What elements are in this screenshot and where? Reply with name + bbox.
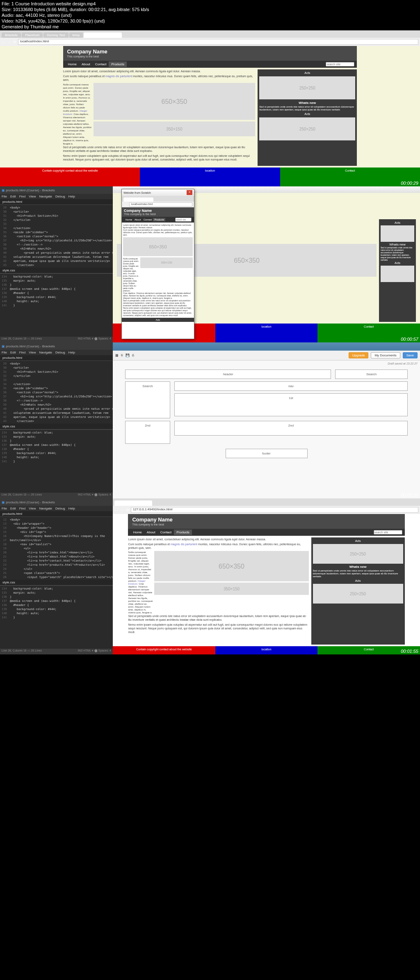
css-content[interactable]: background-color: blue; margin: auto; } … xyxy=(8,430,113,493)
code-area[interactable]: 2930313233343536373839404142434445464748… xyxy=(0,361,113,424)
wireframe-canvas[interactable]: Draft saved at 15:22:27 header Search Se… xyxy=(113,360,420,498)
site-footer: Contain copyright contact about the webs… xyxy=(0,168,420,186)
browser-tab[interactable]: Website from Scratch xyxy=(123,197,153,202)
code-content[interactable]: <body> <div id="wrapper"> <header id="he… xyxy=(8,517,113,580)
menu-view[interactable]: View xyxy=(29,351,36,354)
paragraph: Lorem ipsum dolor sit amet, consectetuer… xyxy=(123,224,193,229)
browser-tab-active[interactable]: Website from Scratch xyxy=(84,32,121,38)
editor-file-tab[interactable]: style.css xyxy=(0,424,113,429)
menu-edit[interactable]: Edit xyxy=(10,351,16,354)
url-input[interactable]: localhost/index.html xyxy=(129,202,192,207)
code-content[interactable]: <body> <article> <h1>Product Section</h1… xyxy=(8,205,113,268)
browser-tab[interactable]: Brackets xyxy=(2,32,21,38)
nav-products[interactable]: Products xyxy=(174,530,192,535)
menu-find[interactable]: Find xyxy=(19,195,26,198)
menu-file[interactable]: File xyxy=(2,195,7,198)
wf-1st-box[interactable]: 1st xyxy=(174,393,408,416)
editor-file-tab[interactable]: products.html xyxy=(0,511,113,517)
content-link[interactable]: magnis dis parturient xyxy=(105,75,132,78)
browser-tab[interactable]: Dummy Text xyxy=(43,32,68,38)
editor-file-tab[interactable]: style.css xyxy=(0,580,113,585)
wf-2nd-box[interactable]: 2nd xyxy=(125,421,170,444)
search-input[interactable] xyxy=(374,530,402,535)
timestamp: 00:00:29 xyxy=(401,181,418,186)
editor-file-tab[interactable]: products.html xyxy=(0,355,113,361)
browser-tab[interactable]: Placehold xyxy=(22,32,43,38)
back-icon[interactable]: ← xyxy=(114,508,119,512)
editor-file-tab[interactable]: style.css xyxy=(0,268,113,273)
url-input[interactable]: localhost/index.html xyxy=(18,39,418,45)
menu-navigate[interactable]: Navigate xyxy=(39,507,52,510)
wf-2nd-box[interactable]: 2nd xyxy=(174,421,408,436)
wf-search-box[interactable]: Search xyxy=(335,370,408,379)
menu-help[interactable]: Help xyxy=(68,195,75,198)
status-mode: INS HTML ▾ ⬤ Spaces: 4 xyxy=(78,649,111,654)
nav-about[interactable]: About xyxy=(133,218,142,221)
menu-view[interactable]: View xyxy=(29,507,36,510)
wf-footer-box[interactable]: footer xyxy=(226,449,308,458)
nav-contact[interactable]: Contact xyxy=(158,530,174,535)
url-input[interactable]: 127.0.0.1:49492/index.html xyxy=(131,507,418,513)
code-content[interactable]: <body> <article> <h1>Product Section</h1… xyxy=(8,361,113,424)
wf-header-box[interactable]: header xyxy=(125,370,331,379)
menu-find[interactable]: Find xyxy=(19,507,26,510)
paragraph: Sed ut perspiciatis unde omnis iste natu… xyxy=(123,299,193,307)
nav-products[interactable]: Products xyxy=(153,218,165,221)
css-area[interactable]: 134135136137138139140141 background-colo… xyxy=(0,273,113,337)
menu-view[interactable]: View xyxy=(29,195,36,198)
forward-icon[interactable]: → xyxy=(120,508,124,512)
wf-nav-box[interactable]: nav xyxy=(174,381,408,391)
line-gutter: 1213141516171819202122232425262728293031… xyxy=(0,517,8,580)
content-link[interactable]: magnis dis parturient xyxy=(171,543,197,546)
menu-edit[interactable]: Edit xyxy=(10,507,16,510)
my-documents-button[interactable]: My Documents xyxy=(371,352,400,358)
thumbnail-1: Brackets Placehold Dummy Text temp Websi… xyxy=(0,30,420,186)
nav-home[interactable]: Home xyxy=(124,218,133,221)
back-icon[interactable]: ← xyxy=(123,202,128,207)
tool-icon[interactable]: 💾 xyxy=(126,353,130,357)
forward-icon[interactable]: → xyxy=(7,40,11,44)
tool-icon[interactable]: ▦ xyxy=(115,353,119,357)
back-icon[interactable]: ← xyxy=(2,40,6,44)
site-header: Company Name This company is the best xyxy=(63,46,357,61)
paragraph: Nemo enim ipsam voluptatem quia voluptas… xyxy=(123,307,193,317)
nav-products[interactable]: Products xyxy=(109,62,127,67)
menu-help[interactable]: Help xyxy=(68,351,75,354)
line-gutter: 134135136137138139140141 xyxy=(0,430,8,493)
menu-debug[interactable]: Debug xyxy=(55,351,65,354)
responsive-preview-window: Website from Scratch × Website from Scra… xyxy=(121,189,194,339)
menu-debug[interactable]: Debug xyxy=(55,507,65,510)
nav-home[interactable]: Home xyxy=(130,530,144,535)
menu-edit[interactable]: Edit xyxy=(10,195,16,198)
search-input[interactable] xyxy=(175,218,192,222)
browser-tab[interactable]: temp xyxy=(69,32,83,38)
tool-icon[interactable]: ⎙ xyxy=(132,353,134,357)
code-area[interactable]: 2930313233343536373839404142434445464748… xyxy=(0,205,113,268)
reload-icon[interactable]: ⟳ xyxy=(13,40,16,44)
browser-tab[interactable]: Website from Scratch xyxy=(114,500,152,506)
wf-search-box[interactable]: Search xyxy=(125,381,170,418)
menu-help[interactable]: Help xyxy=(68,507,75,510)
code-area[interactable]: 1213141516171819202122232425262728293031… xyxy=(0,517,113,580)
company-name: Company Name xyxy=(124,209,192,213)
close-icon[interactable]: × xyxy=(187,190,192,195)
editor-file-tab[interactable]: products.html xyxy=(0,199,113,205)
menu-navigate[interactable]: Navigate xyxy=(39,195,52,198)
menu-debug[interactable]: Debug xyxy=(55,195,65,198)
reload-icon[interactable]: ⟳ xyxy=(126,508,129,512)
upgrade-button[interactable]: Upgrade xyxy=(349,352,369,358)
menu-navigate[interactable]: Navigate xyxy=(39,351,52,354)
nav-home[interactable]: Home xyxy=(66,62,79,67)
save-button[interactable]: Save xyxy=(403,352,418,358)
nav-contact[interactable]: Contact xyxy=(93,62,109,67)
search-input[interactable] xyxy=(326,62,354,67)
menu-file[interactable]: File xyxy=(2,351,7,354)
nav-about[interactable]: About xyxy=(79,62,93,67)
nav-about[interactable]: About xyxy=(144,530,158,535)
nav-contact[interactable]: Contact xyxy=(142,218,153,221)
css-content[interactable]: background-color: blue; margin: auto; } … xyxy=(8,274,113,337)
menu-find[interactable]: Find xyxy=(19,351,26,354)
menu-file[interactable]: File xyxy=(2,507,7,510)
css-content[interactable]: background-color: blue; margin: auto; } … xyxy=(8,586,113,649)
tool-icon[interactable]: ⎘ xyxy=(121,353,123,357)
